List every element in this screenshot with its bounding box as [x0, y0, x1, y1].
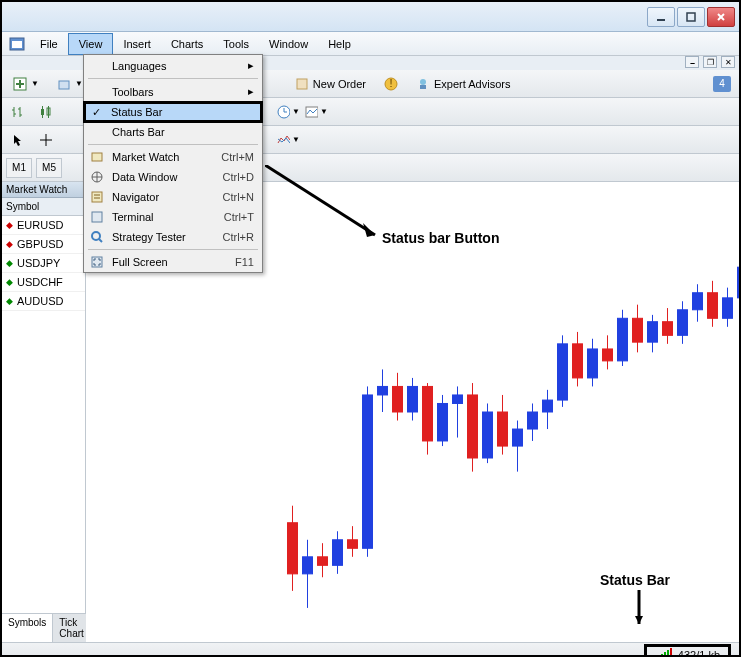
menu-item-terminal[interactable]: TerminalCtrl+T — [84, 207, 262, 227]
svg-rect-123 — [92, 257, 102, 267]
autotrading-button[interactable]: ! — [377, 73, 405, 95]
symbol-name: AUDUSD — [17, 295, 63, 307]
svg-point-13 — [420, 79, 426, 85]
svg-rect-90 — [723, 298, 733, 318]
svg-rect-117 — [92, 192, 102, 202]
menu-item-label: Terminal — [112, 211, 154, 223]
symbol-row[interactable]: ◆USDCHF — [2, 273, 85, 292]
symbol-row[interactable]: ◆EURUSD — [2, 216, 85, 235]
menu-item-status-bar[interactable]: ✓Status Bar — [83, 101, 263, 123]
svg-rect-72 — [588, 349, 598, 378]
symbol-row[interactable]: ◆USDJPY — [2, 254, 85, 273]
menu-item-strategy-tester[interactable]: Strategy TesterCtrl+R — [84, 227, 262, 247]
svg-text:!: ! — [390, 77, 393, 89]
svg-rect-1 — [687, 13, 695, 21]
menu-item-label: Navigator — [112, 191, 159, 203]
svg-rect-68 — [558, 344, 568, 400]
svg-rect-52 — [438, 403, 448, 440]
cursor-icon[interactable] — [6, 129, 30, 151]
candle-chart-icon[interactable] — [34, 101, 58, 123]
connection-status[interactable]: 432/1 kb — [644, 644, 731, 658]
svg-rect-113 — [92, 153, 102, 161]
svg-rect-58 — [483, 412, 493, 458]
symbol-row[interactable]: ◆GBPUSD — [2, 235, 85, 254]
indicators-icon[interactable]: ▼ — [276, 129, 300, 151]
new-order-button[interactable]: New Order — [288, 73, 373, 95]
child-close-button[interactable]: ✕ — [721, 56, 735, 68]
expert-advisors-button[interactable]: Expert Advisors — [409, 73, 517, 95]
menu-file[interactable]: File — [30, 34, 68, 54]
menu-item-label: Charts Bar — [112, 126, 165, 138]
crosshair-icon[interactable] — [34, 129, 58, 151]
svg-marker-127 — [635, 616, 643, 624]
new-chart-button[interactable]: ▼ — [6, 73, 46, 95]
svg-rect-78 — [633, 318, 643, 342]
menu-item-label: Full Screen — [112, 256, 168, 268]
bar-chart-icon[interactable] — [6, 101, 30, 123]
menu-item-languages[interactable]: Languages▸ — [84, 55, 262, 76]
svg-rect-34 — [303, 557, 313, 574]
menu-item-data-window[interactable]: Data WindowCtrl+D — [84, 167, 262, 187]
menu-help[interactable]: Help — [318, 34, 361, 54]
timeframe-m5-button[interactable]: M5 — [36, 158, 62, 178]
close-button[interactable] — [707, 7, 735, 27]
menu-item-toolbars[interactable]: Toolbars▸ — [84, 81, 262, 102]
menu-item-navigator[interactable]: NavigatorCtrl+N — [84, 187, 262, 207]
full-icon — [88, 254, 106, 270]
market-watch-tabs: Symbols Tick Chart — [2, 613, 85, 642]
arrow-up-icon: ◆ — [6, 277, 13, 287]
menu-item-label: Status Bar — [111, 106, 162, 118]
svg-rect-86 — [693, 293, 703, 310]
statusbar: 432/1 kb — [2, 642, 739, 657]
svg-line-122 — [99, 239, 102, 242]
menu-item-charts-bar[interactable]: Charts Bar — [84, 122, 262, 142]
arrow-down-icon: ◆ — [6, 220, 13, 230]
notification-badge[interactable]: 4 — [713, 76, 731, 92]
menu-tools[interactable]: Tools — [213, 34, 259, 54]
symbol-row[interactable]: ◆AUDUSD — [2, 292, 85, 311]
svg-line-124 — [265, 165, 375, 235]
svg-rect-120 — [92, 212, 102, 222]
term-icon — [88, 209, 106, 225]
svg-rect-48 — [408, 386, 418, 412]
menu-view[interactable]: View — [68, 33, 114, 55]
shortcut-label: F11 — [235, 256, 254, 268]
market-watch-panel: Market Watch Symbol ◆EURUSD◆GBPUSD◆USDJP… — [2, 182, 86, 642]
arrow-up-icon: ◆ — [6, 296, 13, 306]
timeframe-m1-button[interactable]: M1 — [6, 158, 32, 178]
svg-rect-46 — [393, 386, 403, 412]
menu-item-market-watch[interactable]: Market WatchCtrl+M — [84, 147, 262, 167]
clock-icon[interactable]: ▼ — [276, 101, 300, 123]
maximize-button[interactable] — [677, 7, 705, 27]
annotation-arrow-2 — [634, 590, 644, 630]
menu-charts[interactable]: Charts — [161, 34, 213, 54]
view-menu-dropdown: Languages▸Toolbars▸✓Status BarCharts Bar… — [83, 54, 263, 273]
minimize-button[interactable] — [647, 7, 675, 27]
svg-rect-10 — [297, 79, 307, 89]
menu-window[interactable]: Window — [259, 34, 318, 54]
tab-symbols[interactable]: Symbols — [2, 614, 53, 642]
child-minimize-button[interactable]: ‒ — [685, 56, 699, 68]
menu-item-label: Languages — [112, 60, 166, 72]
svg-rect-5 — [12, 41, 22, 48]
svg-rect-74 — [603, 349, 613, 361]
menu-item-label: Market Watch — [112, 151, 179, 163]
svg-rect-32 — [288, 523, 298, 574]
watch-icon — [88, 149, 106, 165]
arrow-down-icon: ◆ — [6, 239, 13, 249]
svg-rect-66 — [543, 400, 553, 412]
svg-rect-92 — [738, 267, 740, 298]
symbol-name: EURUSD — [17, 219, 63, 231]
svg-rect-56 — [468, 395, 478, 458]
svg-rect-50 — [423, 386, 433, 441]
child-restore-button[interactable]: ❐ — [703, 56, 717, 68]
menu-insert[interactable]: Insert — [113, 34, 161, 54]
svg-rect-9 — [59, 81, 69, 89]
template-icon[interactable]: ▼ — [304, 101, 328, 123]
svg-point-121 — [92, 232, 100, 240]
svg-rect-14 — [420, 85, 426, 89]
symbol-header[interactable]: Symbol — [2, 198, 85, 216]
svg-rect-54 — [453, 395, 463, 404]
svg-rect-84 — [678, 310, 688, 336]
menu-item-full-screen[interactable]: Full ScreenF11 — [84, 252, 262, 272]
